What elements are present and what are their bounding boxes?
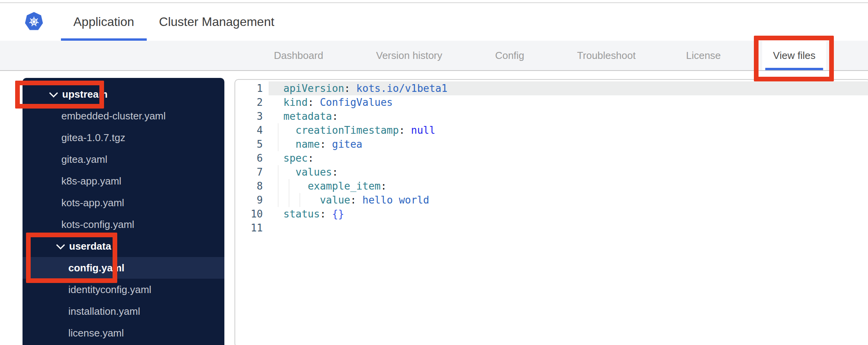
tree-item-label: kots-config.yaml xyxy=(61,219,134,231)
yaml-token-plain xyxy=(283,166,295,178)
yaml-token-plain xyxy=(326,138,332,150)
yaml-token-val: ConfigValues xyxy=(320,97,393,108)
yaml-file-viewer[interactable]: 1234567891011 apiVersion: kots.io/v1beta… xyxy=(234,79,868,345)
code-line-7: values: xyxy=(235,165,868,179)
editor-code-content: apiVersion: kots.io/v1beta1kind: ConfigV… xyxy=(235,81,868,235)
tree-item-label: kots-app.yaml xyxy=(61,197,124,209)
yaml-token-punc: : xyxy=(344,83,351,94)
tree-item-label: license.yaml xyxy=(68,327,124,339)
header-tab-application[interactable]: Application xyxy=(61,3,147,41)
yaml-token-plain xyxy=(283,138,295,150)
code-line-11 xyxy=(235,221,868,235)
code-line-4: creationTimestamp: null xyxy=(235,123,868,137)
tree-item-label: embedded-cluster.yaml xyxy=(61,110,166,122)
yaml-token-plain xyxy=(405,124,411,136)
yaml-token-const: null xyxy=(411,124,436,136)
yaml-token-key: spec xyxy=(283,152,308,164)
yaml-token-val: hello world xyxy=(363,194,429,206)
active-tab-underline xyxy=(765,68,823,70)
tree-item-label: installation.yaml xyxy=(68,305,140,317)
file-tree-sidebar: upstreamembedded-cluster.yamlgitea-1.0.7… xyxy=(23,78,224,345)
yaml-token-plain xyxy=(314,97,320,108)
tree-file-gitea-yaml[interactable]: gitea.yaml xyxy=(23,148,224,170)
yaml-token-punc: : xyxy=(320,138,326,150)
subnav-tab-label: Dashboard xyxy=(274,50,323,61)
yaml-token-plain xyxy=(356,194,363,206)
tree-file-installation-yaml[interactable]: installation.yaml xyxy=(23,300,224,322)
yaml-token-plain xyxy=(283,124,295,136)
yaml-token-key: values xyxy=(295,166,332,178)
chevron-down-icon[interactable] xyxy=(49,89,58,98)
code-line-10: status: {} xyxy=(235,207,868,221)
subnav-tab-dashboard[interactable]: Dashboard xyxy=(263,41,334,70)
yaml-token-punc: : xyxy=(320,208,326,220)
app-header: ApplicationCluster Management xyxy=(0,3,868,41)
subnav-tab-view-files[interactable]: View files xyxy=(762,41,826,70)
tree-file-identityconfig-yaml[interactable]: identityconfig.yaml xyxy=(23,279,224,300)
header-tab-cluster-management[interactable]: Cluster Management xyxy=(147,3,287,41)
tree-item-label: k8s-app.yaml xyxy=(61,175,122,187)
tree-file-gitea-1-0-7-tgz[interactable]: gitea-1.0.7.tgz xyxy=(23,127,224,148)
tree-item-label: config.yaml xyxy=(68,262,124,274)
yaml-token-key: kind xyxy=(283,97,308,108)
subnav-tab-troubleshoot[interactable]: Troubleshoot xyxy=(566,41,647,70)
yaml-token-punc: : xyxy=(332,110,338,122)
subnav-tab-label: View files xyxy=(773,50,815,61)
yaml-token-key: metadata xyxy=(283,110,332,122)
subnav-tab-label: Troubleshoot xyxy=(577,50,636,61)
subnav-tab-label: License xyxy=(686,50,721,61)
yaml-token-bracket: {} xyxy=(332,208,344,220)
code-line-2: kind: ConfigValues xyxy=(235,95,868,109)
tree-item-label: gitea-1.0.7.tgz xyxy=(61,132,125,144)
code-line-3: metadata: xyxy=(235,109,868,123)
tree-file-license-yaml[interactable]: license.yaml xyxy=(23,322,224,344)
yaml-token-plain xyxy=(283,194,320,206)
yaml-token-plain xyxy=(350,83,356,94)
code-line-1: apiVersion: kots.io/v1beta1 xyxy=(235,81,868,95)
app-subnav: DashboardVersion historyConfigTroublesho… xyxy=(0,41,868,71)
subnav-tab-config[interactable]: Config xyxy=(484,41,535,70)
yaml-token-plain xyxy=(283,180,308,192)
tree-item-label: userdata xyxy=(69,240,111,252)
code-line-6: spec: xyxy=(235,151,868,165)
yaml-token-punc: : xyxy=(380,180,387,192)
yaml-token-val: kots.io/v1beta1 xyxy=(356,83,448,94)
yaml-token-key: status xyxy=(283,208,320,220)
yaml-token-punc: : xyxy=(308,97,314,108)
subnav-tab-label: Version history xyxy=(376,50,443,61)
chevron-down-icon[interactable] xyxy=(56,241,65,250)
subnav-tab-license[interactable]: License xyxy=(675,41,732,70)
code-line-9: value: hello world xyxy=(235,193,868,207)
yaml-token-key: example_item xyxy=(308,180,381,192)
yaml-token-punc: : xyxy=(399,124,405,136)
kubernetes-logo xyxy=(25,11,43,32)
tree-item-label: identityconfig.yaml xyxy=(68,284,151,296)
yaml-token-val: gitea xyxy=(332,138,362,150)
tree-file-embedded-cluster-yaml[interactable]: embedded-cluster.yaml xyxy=(23,105,224,127)
tree-folder-userdata[interactable]: userdata xyxy=(23,235,224,257)
tree-file-kots-config-yaml[interactable]: kots-config.yaml xyxy=(23,214,224,235)
yaml-token-key: name xyxy=(295,138,320,150)
code-line-8: example_item: xyxy=(235,179,868,193)
tree-folder-upstream[interactable]: upstream xyxy=(23,83,224,105)
tree-file-k8s-app-yaml[interactable]: k8s-app.yaml xyxy=(23,170,224,192)
subnav-tab-label: Config xyxy=(495,50,524,61)
yaml-token-key: creationTimestamp xyxy=(295,124,399,136)
yaml-token-key: apiVersion xyxy=(283,83,344,94)
primary-nav: ApplicationCluster Management xyxy=(61,3,287,41)
tree-file-kots-app-yaml[interactable]: kots-app.yaml xyxy=(23,192,224,214)
yaml-token-punc: : xyxy=(332,166,338,178)
code-line-5: name: gitea xyxy=(235,137,868,151)
yaml-token-punc: : xyxy=(308,152,314,164)
tree-file-config-yaml[interactable]: config.yaml xyxy=(23,257,224,279)
yaml-token-plain xyxy=(326,208,332,220)
subnav-tab-version-history[interactable]: Version history xyxy=(365,41,453,70)
tree-item-label: gitea.yaml xyxy=(61,154,108,166)
tree-item-label: upstream xyxy=(62,88,108,100)
yaml-token-key: value xyxy=(320,194,350,206)
yaml-token-punc: : xyxy=(350,194,356,206)
